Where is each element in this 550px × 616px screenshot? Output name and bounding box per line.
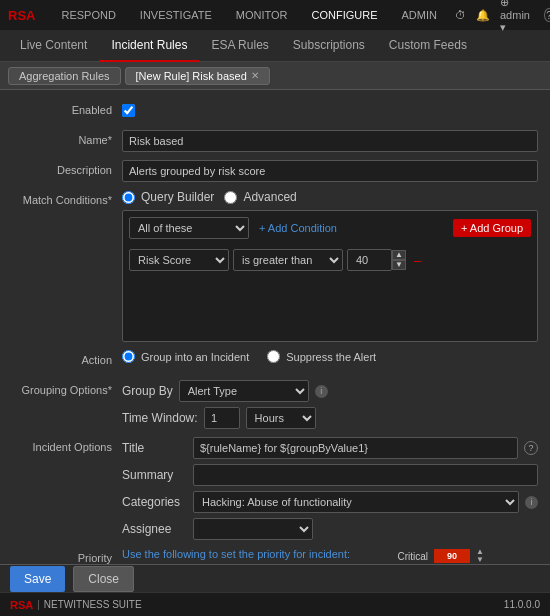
tab-new-rule[interactable]: [New Rule] Risk based ✕ (125, 67, 270, 85)
query-builder-radio-label[interactable]: Query Builder (122, 190, 214, 204)
help-icon[interactable]: ? (544, 8, 550, 22)
bottom-bar: Save Close (0, 564, 550, 592)
bell-icon[interactable]: 🔔 (476, 9, 490, 22)
footer-suite: NETWITNESS SUITE (44, 599, 142, 610)
third-nav: Aggregation Rules [New Rule] Risk based … (0, 62, 550, 90)
tab-aggregation-rules[interactable]: Aggregation Rules (8, 67, 121, 85)
critical-down[interactable]: ▼ (476, 556, 484, 564)
enabled-row: Enabled (12, 100, 538, 122)
suppress-alert-label[interactable]: Suppress the Alert (267, 350, 376, 363)
suppress-alert-radio[interactable] (267, 350, 280, 363)
value-spinbox: ▲ ▼ (347, 249, 406, 271)
title-help-icon[interactable]: ? (524, 441, 538, 455)
advanced-label: Advanced (243, 190, 296, 204)
priority-left: Use the following to set the priority fo… (122, 548, 366, 564)
query-builder-radio[interactable] (122, 191, 135, 204)
categories-label: Categories (122, 495, 187, 509)
time-window-value[interactable] (204, 407, 240, 429)
group-into-incident-text: Group into an Incident (141, 351, 249, 363)
summary-input[interactable] (193, 464, 538, 486)
remove-condition-button[interactable]: – (410, 252, 426, 268)
match-conditions-row: Match Conditions* Query Builder Advanced… (12, 190, 538, 342)
enabled-label: Enabled (12, 100, 122, 116)
top-nav: RSA RESPOND INVESTIGATE MONITOR CONFIGUR… (0, 0, 550, 30)
action-label: Action (12, 350, 122, 366)
nav-monitor[interactable]: MONITOR (230, 0, 294, 30)
match-conditions-content: Query Builder Advanced All of these + Ad… (122, 190, 538, 342)
summary-label: Summary (122, 468, 187, 482)
critical-bar: 90 (434, 549, 470, 563)
footer: RSA | NETWITNESS SUITE 11.0.0.0 (0, 592, 550, 616)
tab-incident-rules[interactable]: Incident Rules (99, 30, 199, 62)
advanced-radio-label[interactable]: Advanced (224, 190, 296, 204)
description-input[interactable] (122, 160, 538, 182)
priority-content: Use the following to set the priority fo… (122, 548, 538, 564)
group-into-incident-label[interactable]: Group into an Incident (122, 350, 249, 363)
incident-options-row: Incident Options Title ? Summary Categor… (12, 437, 538, 540)
nav-respond[interactable]: RESPOND (55, 0, 121, 30)
tab-subscriptions[interactable]: Subscriptions (281, 30, 377, 62)
spinbox-buttons: ▲ ▼ (392, 250, 406, 270)
action-radio-group: Group into an Incident Suppress the Aler… (122, 350, 538, 363)
condition-value-input[interactable] (347, 249, 392, 271)
advanced-radio[interactable] (224, 191, 237, 204)
add-condition-button[interactable]: + Add Condition (255, 222, 341, 234)
description-content (122, 160, 538, 182)
query-builder-label: Query Builder (141, 190, 214, 204)
name-content (122, 130, 538, 152)
group-by-select[interactable]: Alert Type (179, 380, 309, 402)
footer-logo: RSA (10, 599, 33, 611)
second-nav: Live Content Incident Rules ESA Rules Su… (0, 30, 550, 62)
priority-description: Use the following to set the priority fo… (122, 548, 366, 560)
action-row: Action Group into an Incident Suppress t… (12, 350, 538, 372)
enabled-checkbox[interactable] (122, 104, 135, 117)
save-button[interactable]: Save (10, 566, 65, 592)
critical-arrows: ▲ ▼ (476, 548, 484, 564)
action-content: Group into an Incident Suppress the Aler… (122, 350, 538, 363)
priority-section: Use the following to set the priority fo… (122, 548, 538, 564)
time-window-unit[interactable]: Hours (246, 407, 316, 429)
assignee-select[interactable] (193, 518, 313, 540)
title-label: Title (122, 441, 187, 455)
info-icon[interactable]: i (315, 385, 328, 398)
tab-live-content[interactable]: Live Content (8, 30, 99, 62)
rsa-logo: RSA (8, 8, 35, 23)
footer-divider: | (37, 599, 40, 610)
close-button[interactable]: Close (73, 566, 134, 592)
priority-right: Critical 90 ▲ ▼ High 60 ▲ ▼ (378, 548, 538, 564)
close-tab-icon[interactable]: ✕ (251, 70, 259, 81)
tab-custom-feeds[interactable]: Custom Feeds (377, 30, 479, 62)
all-of-these-select[interactable]: All of these (129, 217, 249, 239)
critical-label: Critical (378, 551, 428, 562)
grouping-options-row: Grouping Options* Group By Alert Type i … (12, 380, 538, 429)
clock-icon[interactable]: ⏱ (455, 9, 466, 21)
tab-esa-rules[interactable]: ESA Rules (199, 30, 280, 62)
categories-info-icon[interactable]: i (525, 496, 538, 509)
footer-brand: RSA | NETWITNESS SUITE (10, 599, 142, 611)
query-builder-area: All of these + Add Condition + Add Group… (122, 210, 538, 342)
assignee-label: Assignee (122, 522, 187, 536)
suppress-alert-text: Suppress the Alert (286, 351, 376, 363)
grouping-options-content: Group By Alert Type i Time Window: Hours (122, 380, 538, 429)
nav-configure[interactable]: CONFIGURE (306, 0, 384, 30)
incident-options-label: Incident Options (12, 437, 122, 453)
operator-select[interactable]: is greater than (233, 249, 343, 271)
title-input[interactable] (193, 437, 518, 459)
nav-investigate[interactable]: INVESTIGATE (134, 0, 218, 30)
match-conditions-label: Match Conditions* (12, 190, 122, 206)
group-into-incident-radio[interactable] (122, 350, 135, 363)
spinbox-up[interactable]: ▲ (392, 250, 406, 260)
main-content: Enabled Name* Description Match Conditio… (0, 90, 550, 564)
name-label: Name* (12, 130, 122, 146)
nav-admin[interactable]: ADMIN (396, 0, 443, 30)
incident-options-content: Title ? Summary Categories Hacking: Abus… (122, 437, 538, 540)
priority-row: Priority Use the following to set the pr… (12, 548, 538, 564)
spinbox-down[interactable]: ▼ (392, 260, 406, 270)
categories-select[interactable]: Hacking: Abuse of functionality (193, 491, 519, 513)
user-menu[interactable]: ⊕ admin ▾ (500, 0, 534, 34)
condition-row: Risk Score is greater than ▲ ▼ – (129, 245, 531, 275)
name-input[interactable] (122, 130, 538, 152)
add-group-button[interactable]: + Add Group (453, 219, 531, 237)
field-select[interactable]: Risk Score (129, 249, 229, 271)
query-builder-empty-space (129, 275, 531, 335)
